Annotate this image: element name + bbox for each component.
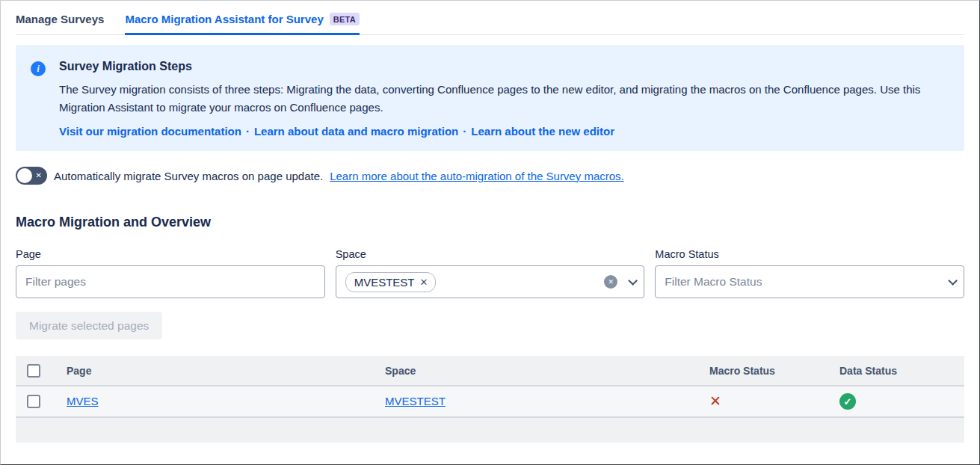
macro-status-field-controls xyxy=(948,279,955,286)
column-header-space: Space xyxy=(370,356,694,386)
table-row: MVES MVESTEST ✕ ✓ xyxy=(16,386,964,417)
macro-migration-page: Manage Surveys Macro Migration Assistant… xyxy=(1,1,979,443)
banner-content: Survey Migration Steps The Survey migrat… xyxy=(59,60,946,138)
macro-status-filter-input[interactable] xyxy=(665,275,948,289)
tab-migration-assistant-label: Macro Migration Assistant for Survey xyxy=(125,13,323,25)
row-checkbox[interactable] xyxy=(27,395,40,408)
page-filter-input[interactable] xyxy=(25,275,315,289)
link-data-macro-migration[interactable]: Learn about data and macro migration xyxy=(254,125,458,138)
select-all-checkbox[interactable] xyxy=(27,364,40,378)
link-migration-documentation[interactable]: Visit our migration documentation xyxy=(59,125,241,138)
column-header-macro-status: Macro Status xyxy=(694,356,825,386)
link-new-editor[interactable]: Learn about the new editor xyxy=(471,125,614,138)
space-field-controls: ✕ xyxy=(604,275,635,289)
column-header-data-status: Data Status xyxy=(825,356,964,386)
space-filter-select[interactable]: MVESTEST ✕ ✕ xyxy=(336,265,645,298)
tab-manage-surveys-label: Manage Surveys xyxy=(16,13,104,25)
banner-title: Survey Migration Steps xyxy=(59,60,946,73)
data-status-success-icon: ✓ xyxy=(839,393,856,410)
link-separator: · xyxy=(458,125,471,138)
auto-migrate-label: Automatically migrate Survey macros on p… xyxy=(54,170,323,182)
chevron-down-icon[interactable] xyxy=(629,276,638,286)
banner-body: The Survey migration consists of three s… xyxy=(59,81,946,117)
beta-badge: BETA xyxy=(330,13,360,25)
link-separator: · xyxy=(241,125,254,138)
macro-status-filter-label: Macro Status xyxy=(655,248,964,260)
tab-manage-surveys[interactable]: Manage Surveys xyxy=(16,10,104,35)
space-filter-group: Space MVESTEST ✕ ✕ xyxy=(336,248,645,298)
clear-selection-icon[interactable]: ✕ xyxy=(604,275,617,289)
column-header-page: Page xyxy=(52,356,370,386)
auto-migrate-row: ✕ Automatically migrate Survey macros on… xyxy=(16,167,964,185)
migrate-selected-pages-button[interactable]: Migrate selected pages xyxy=(16,312,162,339)
table-header-row: Page Space Macro Status Data Status xyxy=(16,356,964,386)
toggle-knob xyxy=(17,168,32,183)
space-selected-chip: MVESTEST ✕ xyxy=(345,272,437,292)
info-icon: i xyxy=(31,61,46,76)
toggle-off-cross-icon: ✕ xyxy=(36,172,42,179)
banner-links: Visit our migration documentation·Learn … xyxy=(59,125,946,138)
section-title: Macro Migration and Overview xyxy=(16,215,964,230)
chip-remove-icon[interactable]: ✕ xyxy=(420,277,428,287)
space-filter-label: Space xyxy=(336,248,645,260)
migration-overview-table: Page Space Macro Status Data Status MVES… xyxy=(16,356,964,443)
auto-migrate-learn-more-link[interactable]: Learn more about the auto-migration of t… xyxy=(330,170,624,182)
tab-bar: Manage Surveys Macro Migration Assistant… xyxy=(16,1,964,35)
space-chip-label: MVESTEST xyxy=(354,276,415,289)
page-filter-field xyxy=(16,265,325,298)
page-filter-label: Page xyxy=(16,248,325,260)
chevron-down-icon[interactable] xyxy=(948,276,958,286)
page-filter-group: Page xyxy=(16,248,325,298)
macro-status-failed-icon: ✕ xyxy=(709,393,721,409)
macro-status-filter-group: Macro Status xyxy=(655,248,964,298)
page-link[interactable]: MVES xyxy=(67,395,99,407)
tab-macro-migration-assistant[interactable]: Macro Migration Assistant for Survey BET… xyxy=(125,10,360,35)
table-footer-strip xyxy=(16,417,964,443)
filter-bar: Page Space MVESTEST ✕ ✕ Macro Status xyxy=(16,248,964,298)
survey-migration-info-banner: i Survey Migration Steps The Survey migr… xyxy=(16,45,964,151)
space-link[interactable]: MVESTEST xyxy=(385,395,446,407)
auto-migrate-toggle[interactable]: ✕ xyxy=(16,167,47,185)
macro-status-filter-select[interactable] xyxy=(655,265,964,298)
